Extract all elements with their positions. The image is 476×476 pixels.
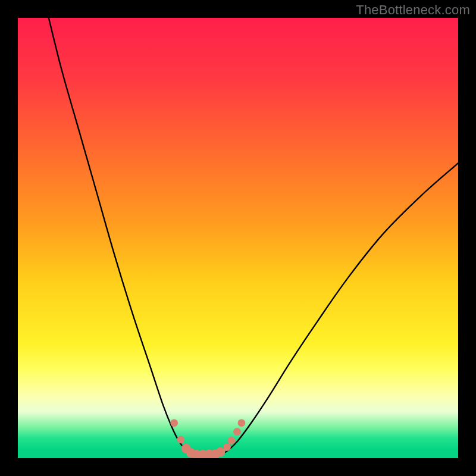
marker-dot [223, 443, 231, 451]
plot-svg [18, 18, 458, 458]
marker-dot [228, 437, 236, 444]
marker-dot [177, 436, 184, 444]
marker-dot [233, 428, 241, 436]
background-rect [18, 18, 458, 458]
outer-frame: TheBottleneck.com [0, 0, 476, 476]
marker-dot [238, 419, 246, 427]
marker-dot [170, 419, 178, 427]
watermark-text: TheBottleneck.com [356, 2, 470, 18]
plot-area [18, 18, 458, 458]
